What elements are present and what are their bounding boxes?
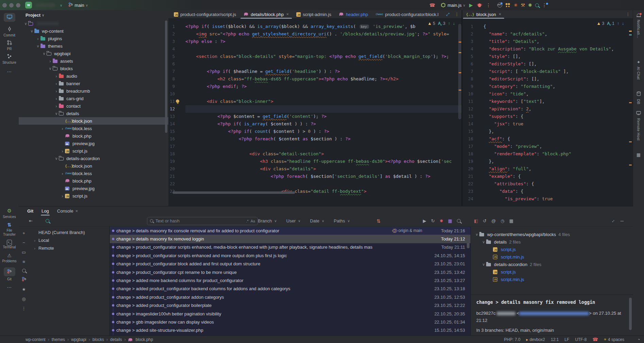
sidebar-item-more-icon[interactable]: ⋯ [0,69,19,74]
search-everywhere-icon[interactable] [535,3,539,7]
tree-chevron-icon[interactable]: › [54,74,59,79]
stash-icon[interactable]: ▭ [22,250,26,255]
breadcrumb-wp-content[interactable]: wp-content [26,337,46,342]
tree-chevron-icon[interactable]: › [60,149,65,154]
history-icon[interactable]: ◷ [500,218,504,223]
right-stripe-AI Chat[interactable]: ✦AI Chat [633,60,644,80]
tree-item-root[interactable]: ∨ [19,20,168,27]
find-icon[interactable] [22,269,26,272]
tree-item-cars-grid[interactable]: ›cars-grid [19,95,168,102]
commit-row[interactable]: change > added site-structure-visualizer… [110,326,470,334]
phone-icon[interactable]: ☎ [429,3,435,7]
commit-row[interactable]: change > details masonry fix removed log… [110,235,470,243]
tree-chevron-icon[interactable]: › [54,81,59,86]
status-12:1[interactable]: 12:1 [551,337,559,342]
php-editor[interactable]: 1<?php if( isset($block) && is_array($bl… [168,19,462,206]
tree-chevron-icon[interactable]: › [54,89,59,94]
log-search-icon[interactable] [46,219,49,223]
more-run-actions-icon[interactable]: ⋮ [486,3,491,7]
commit-row[interactable]: change > product_configurator cpt rename… [110,268,470,276]
match-branch-icon[interactable]: ✸ [440,218,443,223]
sidebar-item-Structure[interactable]: Structure [0,54,19,65]
intention-bulb-icon[interactable] [176,99,179,103]
git-tab-Console[interactable]: Console× [53,206,82,216]
minimize-window-icon[interactable] [9,3,14,7]
inspection-widget-json[interactable]: ▲ 3 A 1 ↑ ↓ [594,20,626,27]
favorite-icon[interactable]: ★ [22,287,26,292]
commit-row[interactable]: change > added product_configurator boil… [110,301,470,310]
tree-chevron-icon[interactable]: › [35,36,40,41]
branch-item-Remote[interactable]: ›Remote [29,244,109,252]
branch-chevron-icon[interactable]: › [33,238,36,243]
changed-file-script.min.js[interactable]: JSscript.min.js [471,253,633,261]
branch-item-Local[interactable]: ›Local [29,236,109,244]
tree-item-script.js[interactable]: ›JSscript.js [19,192,168,200]
tab-options-icon[interactable]: ⋮ [626,12,630,17]
tools-icon[interactable]: ⚒ [521,3,525,7]
inspection-widget[interactable]: ▲ 5 A 3 ↑ ↓ [425,20,457,27]
status-devbox2[interactable]: ▸devbox2 [526,337,545,342]
sidebar-item-more-icon[interactable]: ⋯ [0,284,19,290]
git-tab-Log[interactable]: Log [37,206,53,216]
tree-chevron-icon[interactable]: ∨ [474,232,479,237]
next-problem-icon[interactable]: ↓ [622,21,624,26]
rollback-icon[interactable]: ↺ [483,218,486,223]
tree-chevron-icon[interactable]: ∨ [35,44,40,48]
tree-chevron-icon[interactable]: ∨ [54,111,59,116]
tab-product-configurator/script.js[interactable]: JSproduct-configurator/script.js [170,10,240,19]
tree-chevron-icon[interactable]: ∨ [481,240,486,244]
tree-chevron-icon[interactable]: ∨ [481,262,486,267]
tree-item-wp-content[interactable]: ∨wp-content [19,27,168,35]
filter-date[interactable]: Date ∨ [310,218,326,223]
project-panel-title[interactable]: Project [26,13,40,18]
split-editor-icon[interactable]: ⤢ [446,12,449,17]
go-to-hash-icon[interactable]: ▶ [423,218,426,223]
tree-item-audio[interactable]: ›audio [19,72,168,80]
minimize-panel-icon[interactable]: ─ [621,218,624,223]
tree-item-block.php[interactable]: block.php [19,132,168,140]
branch-widget[interactable]: main [75,3,84,8]
tree-chevron-icon[interactable]: ∨ [42,51,47,56]
commit-row[interactable]: change > added product_configurator addo… [110,293,470,301]
status-UTF-8[interactable]: UTF-8 [575,337,587,342]
users-icon[interactable] [505,3,511,7]
tree-item-script.js[interactable]: ›JSscript.js [19,147,168,155]
json-editor[interactable]: 1{2 "name": "acf/details",3 "title": "De… [462,19,633,206]
tree-item-preview.jpg[interactable]: preview.jpg [19,140,168,147]
annotate-icon[interactable]: @ [491,218,496,223]
close-window-icon[interactable] [2,3,7,7]
commit-row[interactable]: change > details masonry fix console rem… [110,227,470,235]
project-switcher-chevron-icon[interactable]: ∨ [59,3,64,7]
close-tab-icon[interactable]: × [286,12,289,17]
tab-script-admin.js[interactable]: JSscript-admin.js [293,10,335,19]
list-icon[interactable]: ≡ [22,259,25,264]
project-scrollbar[interactable] [165,20,167,133]
code-with-me-icon[interactable] [497,3,502,7]
commit-row[interactable]: change > product_configurator block adde… [110,260,470,268]
tree-item-assets[interactable]: ›assets [19,57,168,65]
changed-file-wp-content/themes/wpgbapi/blocks[interactable]: ∨wp-content/themes/wpgbapi/blocks4 files [471,231,633,238]
prev-problem-icon[interactable]: ↑ [448,21,450,26]
tree-chevron-icon[interactable]: › [48,59,53,64]
sidebar-item-Terminal[interactable]: >_Terminal [0,239,19,249]
commit-row[interactable]: change > added more backend columns for … [110,276,470,284]
sidebar-item-File Transfer[interactable]: ⇅File Transfer [0,222,19,237]
run-button[interactable]: ▶ [469,3,473,7]
php-editor-scrollbar[interactable] [458,24,461,119]
tree-chevron-icon[interactable]: ∨ [48,66,53,71]
project-view-chevron-icon[interactable]: ∨ [40,13,46,17]
tree-chevron-icon[interactable]: ∨ [23,21,28,26]
tree-item-block.json[interactable]: {..}block.json [19,117,168,125]
group-by-icon[interactable]: ▦ [509,218,513,223]
branch-item-HEAD[interactable]: HEAD (Current Branch) [29,229,109,236]
breadcrumb-themes[interactable]: themes [52,337,65,342]
sidebar-item-Commit[interactable]: Commit [0,27,19,37]
details-scrollbar[interactable] [629,298,632,330]
php-editor-hscrollbar[interactable] [172,191,295,194]
status-PHP: 7.0[interactable]: PHP: 7.0 [504,337,521,342]
status-LF[interactable]: LF [564,337,569,342]
log-filter-field[interactable]: Text or hash .* Aa [147,217,258,225]
status-4 spaces[interactable]: ✳4 spaces [604,337,624,342]
right-stripe-grid-icon[interactable]: ▦ [633,152,644,157]
remove-icon[interactable]: − [22,240,25,245]
